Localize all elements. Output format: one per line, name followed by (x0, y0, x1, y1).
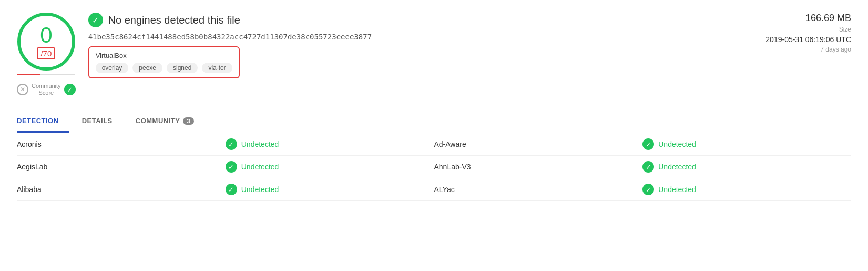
right-engine-name: ALYac (434, 185, 643, 194)
left-check-icon: ✓ (226, 161, 237, 173)
right-status-text: Undetected (658, 185, 696, 194)
tab-community[interactable]: COMMUNITY3 (136, 109, 205, 133)
right-engine-name: Ad-Aware (434, 140, 643, 148)
left-detection-status: ✓Undetected (226, 184, 434, 195)
tag: overlay (96, 63, 129, 73)
right-check-icon: ✓ (642, 184, 654, 195)
tag: peexe (132, 63, 162, 73)
main-info: ✓ No engines detected this file 41be35c8… (88, 13, 744, 78)
status-text: No engines detected this file (108, 14, 240, 26)
left-engine-name: Acronis (17, 140, 226, 148)
top-section: 0 /70 ✕ CommunityScore ✓ ✓ No engines de… (0, 0, 868, 105)
community-check-icon: ✓ (64, 84, 76, 95)
tags-title: VirtualBox (96, 52, 232, 59)
left-engine-name: Alibaba (17, 185, 226, 194)
right-detection-status: ✓Undetected (642, 184, 851, 195)
community-divider (17, 74, 75, 75)
left-check-icon: ✓ (226, 138, 237, 150)
tags-box: VirtualBox overlaypeexesignedvia-tor (88, 46, 240, 78)
left-status-text: Undetected (241, 140, 279, 148)
left-engine-name: AegisLab (17, 163, 226, 171)
tabs-row: DETECTIONDETAILSCOMMUNITY3 (17, 109, 851, 133)
right-check-icon: ✓ (642, 161, 654, 173)
community-score-label: CommunityScore (32, 83, 61, 96)
detection-row: Acronis✓UndetectedAd-Aware✓Undetected (17, 133, 851, 156)
score-circle: 0 /70 (17, 13, 75, 71)
left-detection-status: ✓Undetected (226, 138, 434, 150)
right-check-icon: ✓ (642, 138, 654, 150)
left-detection-status: ✓Undetected (226, 161, 434, 173)
status-banner: ✓ No engines detected this file (88, 13, 744, 27)
right-status-text: Undetected (658, 163, 696, 171)
left-check-icon: ✓ (226, 184, 237, 195)
detection-row: AegisLab✓UndetectedAhnLab-V3✓Undetected (17, 156, 851, 178)
status-check-icon: ✓ (88, 13, 103, 27)
community-x-icon: ✕ (17, 84, 28, 95)
left-status-text: Undetected (241, 163, 279, 171)
right-status-text: Undetected (658, 140, 696, 148)
file-hash: 41be35c8624cf1441488ed58b0b84322acc4727d… (88, 33, 744, 41)
tab-details[interactable]: DETAILS (82, 109, 123, 133)
file-size: 166.69 MB (805, 13, 851, 24)
file-date-relative: 7 days ago (820, 46, 851, 53)
right-detection-status: ✓Undetected (642, 138, 851, 150)
detection-table: Acronis✓UndetectedAd-Aware✓UndetectedAeg… (0, 133, 868, 201)
left-status-text: Undetected (241, 185, 279, 194)
file-meta: 166.69 MB Size 2019-05-31 06:19:06 UTC 7… (757, 13, 851, 53)
tabs-section: DETECTIONDETAILSCOMMUNITY3 (0, 109, 868, 133)
detection-row: Alibaba✓UndetectedALYac✓Undetected (17, 178, 851, 201)
page-wrapper: 0 /70 ✕ CommunityScore ✓ ✓ No engines de… (0, 0, 868, 271)
tab-badge-community: 3 (183, 117, 194, 125)
tags-row: overlaypeexesignedvia-tor (96, 63, 232, 73)
file-size-label: Size (839, 26, 851, 33)
score-number: 0 (40, 24, 52, 46)
right-detection-status: ✓Undetected (642, 161, 851, 173)
tab-detection[interactable]: DETECTION (17, 109, 69, 133)
tag: via-tor (202, 63, 232, 73)
score-circle-wrapper: 0 /70 ✕ CommunityScore ✓ (17, 13, 76, 96)
file-date: 2019-05-31 06:19:06 UTC (765, 35, 851, 44)
community-score-row: ✕ CommunityScore ✓ (17, 83, 76, 96)
tag: signed (167, 63, 198, 73)
right-engine-name: AhnLab-V3 (434, 163, 643, 171)
score-denom: /70 (37, 47, 55, 59)
